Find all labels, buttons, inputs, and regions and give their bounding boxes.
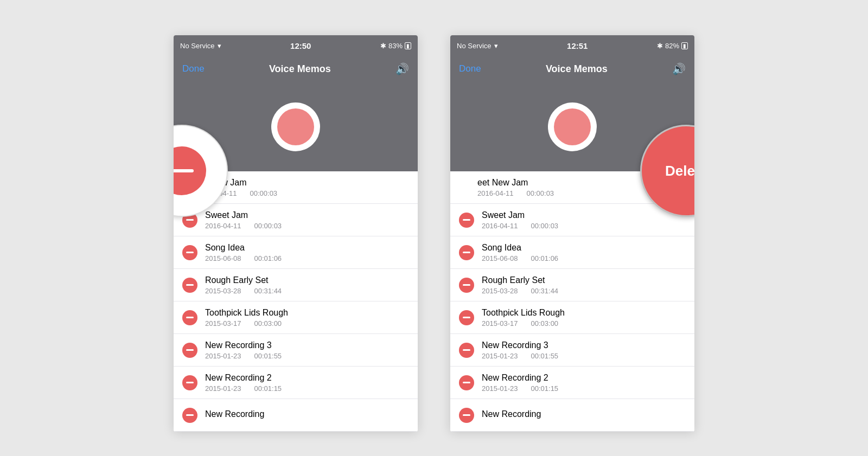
- right-item-date-2: 2015-06-08: [482, 254, 518, 262]
- right-minus-4: [463, 317, 470, 318]
- left-list-item-6: New Recording 2 2015-01-23 00:01:15: [174, 367, 418, 399]
- left-speaker-icon[interactable]: 🔊: [395, 62, 409, 75]
- left-status-bar: No Service ▾ 12:50 ✱ 83% ▮: [174, 35, 418, 56]
- right-done-button[interactable]: Done: [459, 63, 481, 74]
- left-item-name-7: New Recording: [205, 409, 409, 419]
- left-minus-3: [186, 284, 194, 286]
- left-item-duration-4: 00:03:00: [254, 319, 282, 327]
- left-item-info-0: et New Jam 2016-04-11 00:00:03: [201, 178, 409, 197]
- right-list-item-partial-last: New Recording: [450, 399, 694, 432]
- left-bluetooth-icon: ✱: [380, 42, 386, 50]
- right-status-left: No Service ▾: [457, 42, 498, 50]
- right-item-duration-6: 00:01:15: [531, 384, 559, 393]
- left-item-info-6: New Recording 2 2015-01-23 00:01:15: [205, 373, 409, 393]
- right-list-item-1: Sweet Jam 2016-04-11 00:00:03: [450, 204, 694, 236]
- right-item-date-6: 2015-01-23: [482, 384, 518, 393]
- right-record-button[interactable]: [548, 102, 597, 151]
- left-delete-icon-3[interactable]: [182, 278, 197, 293]
- right-item-name-3: Rough Early Set: [482, 275, 686, 285]
- right-delete-icon-2[interactable]: [459, 245, 474, 260]
- right-list-item-5: New Recording 3 2015-01-23 00:01:55: [450, 334, 694, 367]
- zoom-circle-inner: [174, 146, 206, 195]
- left-battery-pct: 83%: [388, 42, 403, 50]
- delete-circle-label[interactable]: Delete: [665, 163, 694, 179]
- right-item-date-4: 2015-03-17: [482, 319, 518, 327]
- right-item-meta-6: 2015-01-23 00:01:15: [482, 384, 686, 393]
- left-item-info-3: Rough Early Set 2015-03-28 00:31:44: [205, 275, 409, 295]
- left-delete-icon-6[interactable]: [182, 375, 197, 390]
- left-item-info-1: Sweet Jam 2016-04-11 00:00:03: [205, 210, 409, 230]
- left-delete-icon-4[interactable]: [182, 310, 197, 325]
- left-item-name-2: Song Idea: [205, 243, 409, 253]
- left-item-duration-2: 00:01:06: [254, 254, 282, 262]
- left-status-right: ✱ 83% ▮: [380, 42, 411, 50]
- right-item-info-6: New Recording 2 2015-01-23 00:01:15: [482, 373, 686, 393]
- right-delete-icon-1[interactable]: [459, 213, 474, 228]
- right-delete-icon-4[interactable]: [459, 310, 474, 325]
- right-item-duration-4: 00:03:00: [531, 319, 559, 327]
- right-item-duration-1: 00:00:03: [531, 222, 559, 230]
- right-item-date-5: 2015-01-23: [482, 352, 518, 360]
- right-item-info-5: New Recording 3 2015-01-23 00:01:55: [482, 341, 686, 360]
- left-delete-icon-2[interactable]: [182, 245, 197, 260]
- right-delete-icon-5[interactable]: [459, 343, 474, 358]
- right-bluetooth-icon: ✱: [657, 42, 663, 50]
- right-item-meta-2: 2015-06-08 00:01:06: [482, 254, 686, 262]
- left-minus-5: [186, 349, 194, 351]
- left-list-item-1: Sweet Jam 2016-04-11 00:00:03: [174, 204, 418, 236]
- right-list-item-3: Rough Early Set 2015-03-28 00:31:44: [450, 269, 694, 301]
- left-record-button[interactable]: [271, 102, 320, 151]
- right-minus-5: [463, 349, 470, 351]
- right-item-duration-5: 00:01:55: [531, 352, 559, 360]
- left-item-name-6: New Recording 2: [205, 373, 409, 383]
- right-status-bar: No Service ▾ 12:51 ✱ 82% ▮: [450, 35, 694, 56]
- right-list-item-2: Song Idea 2015-06-08 00:01:06: [450, 236, 694, 269]
- right-item-date-1: 2016-04-11: [482, 222, 518, 230]
- left-item-name-5: New Recording 3: [205, 341, 409, 350]
- left-minus-4: [186, 317, 194, 318]
- left-item-duration-3: 00:31:44: [254, 287, 282, 295]
- left-done-button[interactable]: Done: [182, 63, 205, 74]
- left-status-left: No Service ▾: [180, 42, 221, 50]
- right-item-name-6: New Recording 2: [482, 373, 686, 383]
- left-minus-2: [186, 252, 194, 253]
- left-list-item-5: New Recording 3 2015-01-23 00:01:55: [174, 334, 418, 367]
- left-list-item-4: Toothpick Lids Rough 2015-03-17 00:03:00: [174, 301, 418, 334]
- left-list-item-partial-last: New Recording: [174, 399, 418, 432]
- right-list-area: eet New Jam 2016-04-11 00:00:03 Sweet Ja…: [450, 171, 694, 432]
- left-record-inner: [277, 108, 314, 145]
- left-item-meta-0: 2016-04-11 00:00:03: [201, 189, 409, 197]
- left-item-name-4: Toothpick Lids Rough: [205, 308, 409, 318]
- right-record-inner: [554, 108, 591, 145]
- left-item-info-4: Toothpick Lids Rough 2015-03-17 00:03:00: [205, 308, 409, 327]
- zoom-minus: [174, 169, 194, 172]
- left-item-name-0: et New Jam: [201, 178, 409, 188]
- right-item-duration-0: 00:00:03: [527, 189, 554, 197]
- right-item-meta-4: 2015-03-17 00:03:00: [482, 319, 686, 327]
- left-item-duration-1: 00:00:03: [254, 222, 282, 230]
- left-delete-icon-7[interactable]: [182, 408, 197, 423]
- left-item-duration-0: 00:00:03: [250, 189, 278, 197]
- right-item-name-2: Song Idea: [482, 243, 686, 253]
- right-delete-icon-3[interactable]: [459, 278, 474, 293]
- left-delete-icon-5[interactable]: [182, 343, 197, 358]
- right-time: 12:51: [567, 41, 588, 50]
- right-delete-icon-6[interactable]: [459, 375, 474, 390]
- left-minus-1: [186, 219, 194, 221]
- left-item-date-6: 2015-01-23: [205, 384, 241, 393]
- right-item-name-5: New Recording 3: [482, 341, 686, 350]
- right-item-name-7: New Recording: [482, 409, 686, 419]
- left-phone: No Service ▾ 12:50 ✱ 83% ▮ Done Voice Me…: [174, 35, 418, 432]
- right-item-duration-2: 00:01:06: [531, 254, 559, 262]
- right-delete-icon-7[interactable]: [459, 408, 474, 423]
- right-item-meta-1: 2016-04-11 00:00:03: [482, 222, 686, 230]
- right-speaker-icon[interactable]: 🔊: [672, 62, 686, 75]
- left-item-date-1: 2016-04-11: [205, 222, 241, 230]
- right-item-date-3: 2015-03-28: [482, 287, 518, 295]
- left-item-meta-4: 2015-03-17 00:03:00: [205, 319, 409, 327]
- right-nav-bar: Done Voice Memos 🔊: [450, 56, 694, 82]
- right-item-name-1: Sweet Jam: [482, 210, 686, 220]
- left-minus-6: [186, 382, 194, 383]
- right-item-name-4: Toothpick Lids Rough: [482, 308, 686, 318]
- left-item-name-3: Rough Early Set: [205, 275, 409, 285]
